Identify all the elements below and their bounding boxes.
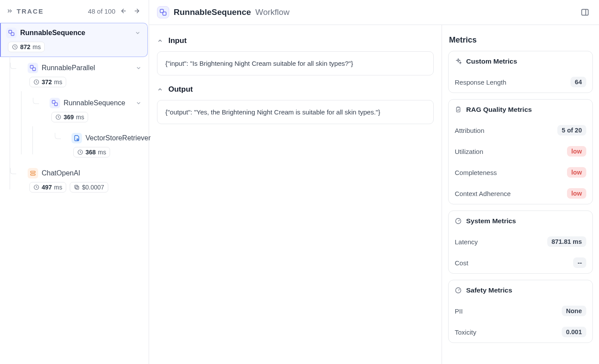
metric-label: Latency <box>455 238 478 246</box>
metric-value: low <box>567 167 586 178</box>
trace-title: TRACE <box>17 7 44 15</box>
tree-node-runnable-sequence-root[interactable]: RunnableSequence 872 ms <box>0 23 148 57</box>
chain-icon <box>157 6 169 18</box>
collapse-icon[interactable] <box>6 7 13 14</box>
chevron-down-icon[interactable] <box>134 99 143 107</box>
gauge-icon <box>455 218 462 225</box>
tree-node-label: RunnableSequence <box>20 29 85 37</box>
metric-value: low <box>567 188 586 199</box>
trace-tree: RunnableSequence 872 ms <box>0 22 149 198</box>
system-metrics-card: System Metrics Latency 871.81 ms Cost -- <box>448 211 593 274</box>
svg-rect-11 <box>31 171 36 172</box>
safety-metrics-card: Safety Metrics PII None Toxicity 0.001 <box>448 280 593 343</box>
output-section-title: Output <box>168 85 193 94</box>
svg-rect-19 <box>456 107 460 112</box>
metric-value: 5 of 20 <box>557 125 586 136</box>
metrics-panel: Metrics Custom Metrics Response Length 6… <box>442 25 599 364</box>
metric-label: Cost <box>455 259 468 267</box>
document-search-icon <box>71 133 82 143</box>
tree-node-label: RunnableSequence <box>64 99 125 107</box>
collapse-output-button[interactable] <box>157 86 163 93</box>
metric-label: Response Length <box>455 79 506 86</box>
clipboard-check-icon <box>455 106 462 113</box>
svg-rect-14 <box>75 185 78 188</box>
tree-node-runnable-parallel[interactable]: RunnableParallel 372 ms <box>22 58 149 92</box>
metric-label: PII <box>455 307 463 315</box>
sparkle-icon <box>455 58 462 65</box>
input-section-title: Input <box>168 36 187 45</box>
metrics-title: Metrics <box>449 36 593 45</box>
chain-icon <box>28 63 38 73</box>
duration-badge: 872 ms <box>8 42 45 52</box>
tree-node-label: ChatOpenAI <box>42 169 80 177</box>
metric-label: Attribution <box>455 127 485 134</box>
svg-rect-15 <box>76 186 79 189</box>
chevron-down-icon[interactable] <box>133 29 142 37</box>
custom-metrics-card: Custom Metrics Response Length 64 <box>448 51 593 93</box>
cost-badge: $0.0007 <box>70 182 108 193</box>
input-value-box[interactable]: {"input": "Is Brightening Night Cream su… <box>157 51 434 75</box>
toggle-panel-button[interactable] <box>579 6 591 18</box>
chain-icon <box>50 98 60 108</box>
duration-badge: 368 ms <box>73 147 110 157</box>
tree-node-label: RunnableParallel <box>42 64 95 72</box>
svg-rect-18 <box>582 9 588 15</box>
next-trace-button[interactable] <box>132 6 142 16</box>
svg-point-9 <box>77 139 78 140</box>
metric-value: 64 <box>570 77 586 87</box>
duration-badge: 369 ms <box>51 112 88 122</box>
tree-node-chat-openai[interactable]: ChatOpenAI 497 ms $0.0007 <box>22 163 149 197</box>
trace-pager: 48 of 100 <box>88 7 115 15</box>
page-title: RunnableSequence Workflow <box>157 6 289 18</box>
metric-value: 0.001 <box>562 327 586 337</box>
duration-badge: 372 ms <box>29 77 66 87</box>
output-value-box[interactable]: {"output": "Yes, the Brightening Night C… <box>157 100 434 124</box>
metric-label: Utilization <box>455 148 483 155</box>
metric-label: Completeness <box>455 169 497 176</box>
metric-value: 871.81 ms <box>547 236 586 247</box>
metric-value: low <box>567 146 586 157</box>
collapse-input-button[interactable] <box>157 38 163 44</box>
tree-node-vector-store-retriever[interactable]: VectorStoreRetriever 368 ms <box>66 128 149 162</box>
svg-rect-12 <box>31 174 36 175</box>
trace-header: TRACE 48 of 100 <box>0 0 149 22</box>
llm-icon <box>28 168 38 178</box>
rag-metrics-card: RAG Quality Metrics Attribution 5 of 20 … <box>448 99 593 204</box>
metric-label: Toxicity <box>455 328 476 336</box>
tree-node-label: VectorStoreRetriever <box>86 134 151 142</box>
metric-label: Context Adherence <box>455 190 511 197</box>
trace-sidebar: TRACE 48 of 100 RunnableSequence <box>0 0 149 364</box>
metric-value: -- <box>573 257 586 268</box>
tree-node-runnable-sequence-inner[interactable]: RunnableSequence 369 ms <box>44 93 149 127</box>
gauge-icon <box>455 287 462 294</box>
prev-trace-button[interactable] <box>119 6 128 16</box>
chain-icon <box>6 28 17 38</box>
metric-value: None <box>562 306 586 316</box>
chevron-down-icon[interactable] <box>134 64 143 72</box>
duration-badge: 497 ms <box>29 182 66 193</box>
